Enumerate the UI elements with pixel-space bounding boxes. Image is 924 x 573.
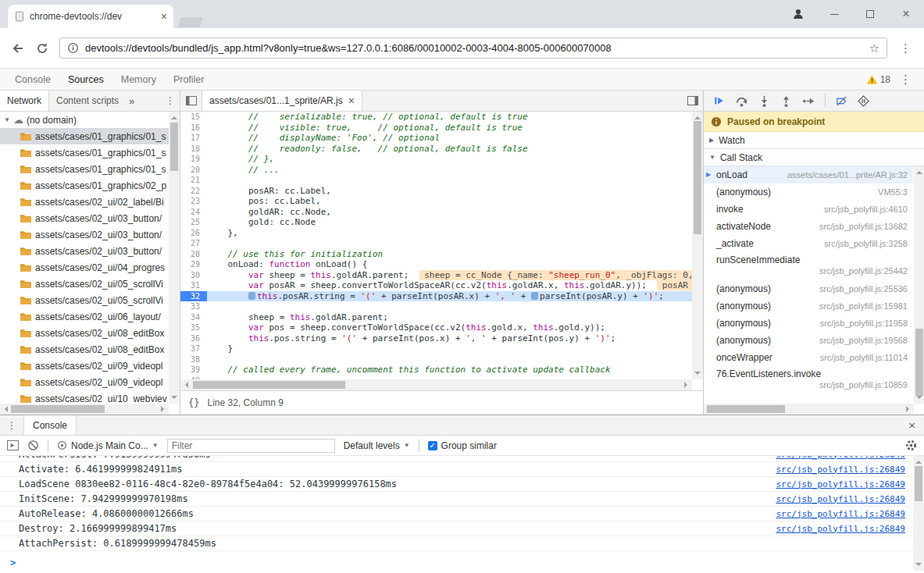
call-stack-frame[interactable]: activateNodesrc/jsb_polyfill.js:13682 <box>704 218 913 235</box>
file-tree-item[interactable]: assets/cases/01_graphics/02_p <box>0 177 169 194</box>
message-source-link[interactable]: src/jsb_polyfill.js:26849 <box>776 494 905 504</box>
message-source-link[interactable]: src/jsb_polyfill.js:26849 <box>776 524 905 534</box>
line-number[interactable]: 16 <box>180 123 207 133</box>
omnibox[interactable]: devtools://devtools/bundled/js_app.html?… <box>59 37 887 59</box>
browser-menu-icon[interactable]: ⋮ <box>897 41 915 55</box>
sidebar-horizontal-scrollbar[interactable] <box>0 404 169 415</box>
pause-on-exceptions-button[interactable] <box>858 95 869 107</box>
navigator-menu-icon[interactable]: ⋮ <box>161 95 180 106</box>
message-source-link[interactable]: src/jsb_polyfill.js:26849 <box>776 456 905 460</box>
file-tree-item[interactable]: assets/cases/02_ui/02_label/Bi <box>0 194 169 210</box>
call-stack-frame[interactable]: invokesrc/jsb_polyfill.js:4610 <box>704 201 913 218</box>
code-line[interactable]: 16 // visible: true, // optional, defaul… <box>180 123 692 133</box>
line-number[interactable]: 31 <box>180 280 207 291</box>
console-prompt[interactable]: > <box>0 555 913 571</box>
drawer-menu-icon[interactable]: ⋮ <box>0 420 23 431</box>
call-stack-frame[interactable]: (anonymous)src/jsb_polyfill.js:11958 <box>704 315 913 332</box>
new-tab-button[interactable] <box>178 17 203 27</box>
overflow-chevron-icon[interactable]: » <box>126 95 137 107</box>
pretty-print-icon[interactable]: {} <box>188 397 199 408</box>
line-number[interactable]: 37 <box>180 343 207 354</box>
line-number[interactable]: 26 <box>180 228 207 239</box>
code-line[interactable]: 32 this.posAR.string = '(' + parseInt(po… <box>180 291 692 302</box>
line-number[interactable]: 15 <box>180 112 207 123</box>
editor-vertical-scrollbar[interactable] <box>692 112 703 379</box>
line-number[interactable]: 23 <box>180 196 207 207</box>
file-tree-item[interactable]: assets/cases/02_ui/08_editBox <box>0 325 169 341</box>
expand-caret-icon[interactable]: ▼ <box>4 116 10 123</box>
tab-profiler[interactable]: Profiler <box>165 69 213 90</box>
code-line[interactable]: 29 onLoad: function onLoad() { <box>180 259 692 270</box>
code-line[interactable]: 21 <box>180 175 692 186</box>
message-source-link[interactable]: src/jsb_polyfill.js:26849 <box>776 479 905 489</box>
call-stack-frame[interactable]: (anonymous)src/jsb_polyfill.js:19568 <box>704 332 913 349</box>
file-tree-item[interactable]: assets/cases/02_ui/06_layout/ <box>0 308 169 325</box>
console-sidebar-icon[interactable] <box>7 440 19 450</box>
file-tree-item[interactable]: assets/cases/02_ui/04_progres <box>0 259 169 276</box>
call-stack-frame[interactable]: _activatesrc/jsb_polyfill.js:3258 <box>704 235 913 252</box>
message-source-link[interactable]: src/jsb_polyfill.js:26849 <box>776 464 905 475</box>
file-tree-item[interactable]: assets/cases/01_graphics/01_s <box>0 128 169 144</box>
call-stack-frame[interactable]: (anonymous)VM55:3 <box>704 183 913 201</box>
callstack-vertical-scrollbar[interactable] <box>914 166 924 404</box>
file-tree-item[interactable]: assets/cases/02_ui/05_scrollVi <box>0 292 169 308</box>
editor-horizontal-scrollbar[interactable] <box>180 379 692 390</box>
close-button[interactable]: × <box>888 0 924 28</box>
line-number[interactable]: 27 <box>180 238 207 249</box>
file-tree-item[interactable]: assets/cases/02_ui/09_videopl <box>0 374 169 390</box>
file-tree-item[interactable]: assets/cases/02_ui/09_videopl <box>0 358 169 374</box>
tab-close-icon[interactable]: × <box>161 11 167 22</box>
reload-icon[interactable] <box>34 41 50 56</box>
code-line[interactable]: 30 var sheep = this.goldAR.parent; sheep… <box>180 270 692 281</box>
line-number[interactable]: 30 <box>180 270 207 281</box>
tab-memory[interactable]: Memory <box>112 69 165 90</box>
deactivate-breakpoints-button[interactable] <box>836 95 847 107</box>
log-level-selector[interactable]: Default levels ▼ <box>344 440 410 451</box>
call-stack-frame[interactable]: runSceneImmediatesrc/jsb_polyfill.js:254… <box>704 252 913 280</box>
back-icon[interactable] <box>9 41 25 56</box>
step-over-button[interactable] <box>735 95 748 107</box>
file-tree-item[interactable]: assets/cases/02_ui/10_webviev <box>0 390 169 404</box>
code-line[interactable]: 23 pos: cc.Label, <box>180 196 692 207</box>
step-out-button[interactable] <box>780 95 792 107</box>
line-number[interactable]: 17 <box>180 133 207 144</box>
code-line[interactable]: 15 // serializable: true, // optional, d… <box>180 112 692 123</box>
profile-icon[interactable] <box>780 0 816 28</box>
editor-tab-close-icon[interactable]: × <box>348 95 355 106</box>
file-tree-item[interactable]: assets/cases/02_ui/08_editBox <box>0 341 169 358</box>
watch-section-header[interactable]: ▶ Watch <box>704 132 924 149</box>
code-line[interactable]: 27 <box>180 238 692 249</box>
line-number[interactable]: 28 <box>180 249 207 260</box>
code-line[interactable]: 34 sheep = this.goldAR.parent; <box>180 312 692 323</box>
file-tree-item[interactable]: assets/cases/01_graphics/01_s <box>0 161 169 177</box>
line-number[interactable]: 29 <box>180 259 207 270</box>
console-settings-gear-icon[interactable] <box>905 440 917 451</box>
message-source-link[interactable]: src/jsb_polyfill.js:26849 <box>776 509 905 519</box>
step-button[interactable] <box>802 95 815 107</box>
code-line[interactable]: 33 <box>180 301 692 312</box>
minimize-button[interactable] <box>816 0 852 28</box>
line-number[interactable]: 35 <box>180 322 207 333</box>
code-lines[interactable]: 15 // serializable: true, // optional, d… <box>180 112 692 379</box>
console-vertical-scrollbar[interactable] <box>913 456 924 571</box>
code-line[interactable]: 28 // use this for initialization <box>180 249 692 260</box>
warning-badge[interactable]: 18 <box>867 74 890 85</box>
code-line[interactable]: 20 // ... <box>180 165 692 176</box>
line-number[interactable]: 38 <box>180 354 207 365</box>
step-into-button[interactable] <box>758 95 770 107</box>
call-stack-section-header[interactable]: ▼ Call Stack <box>704 149 924 166</box>
code-line[interactable]: 22 posAR: cc.Label, <box>180 186 692 197</box>
file-tree-item[interactable]: assets/cases/01_graphics/01_s <box>0 144 169 161</box>
domain-row[interactable]: ▼ ☁ (no domain) <box>0 112 169 128</box>
filter-input[interactable] <box>167 439 335 453</box>
devtools-menu-icon[interactable]: ⋮ <box>897 73 915 87</box>
call-stack-frame[interactable]: (anonymous)src/jsb_polyfill.js:25536 <box>704 280 913 297</box>
code-line[interactable]: 35 var pos = sheep.convertToWorldSpace(c… <box>180 322 692 333</box>
file-tree-item[interactable]: assets/cases/02_ui/03_button/ <box>0 210 169 226</box>
step-marker-icon[interactable] <box>248 292 255 300</box>
url-input[interactable]: devtools://devtools/bundled/js_app.html?… <box>85 42 863 54</box>
sidebar-vertical-scrollbar[interactable] <box>169 112 180 404</box>
code-line[interactable]: 19 // }, <box>180 154 692 165</box>
call-stack-frame[interactable]: 76.EventListeners.invokesrc/jsb_polyfill… <box>704 366 913 394</box>
editor-tab[interactable]: assets/cases/01...1_sprite/AR.js × <box>202 91 362 111</box>
